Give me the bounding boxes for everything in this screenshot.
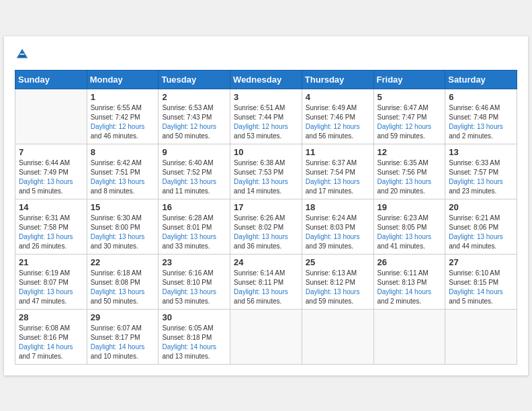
daylight-minutes-text: and 8 minutes.	[91, 187, 135, 195]
sunset-text: Sunset: 8:01 PM	[162, 223, 226, 232]
sunrise-text: Sunrise: 6:49 AM	[306, 103, 370, 113]
day-info: Sunrise: 6:10 AMSunset: 8:15 PMDaylight:…	[449, 269, 513, 306]
daylight-hours-highlight: Daylight: 14 hours	[91, 343, 145, 351]
weekday-header-saturday: Saturday	[445, 70, 517, 89]
day-cell: 16Sunrise: 6:28 AMSunset: 8:01 PMDayligh…	[159, 199, 230, 254]
daylight-minutes-text: and 5 minutes.	[449, 298, 493, 305]
day-number: 28	[19, 312, 83, 322]
day-info: Sunrise: 6:51 AMSunset: 7:44 PMDaylight:…	[234, 103, 298, 141]
calendar-table: SundayMondayTuesdayWednesdayThursdayFrid…	[15, 70, 517, 365]
day-cell: 15Sunrise: 6:30 AMSunset: 8:00 PMDayligh…	[87, 199, 159, 254]
day-cell: 8Sunrise: 6:42 AMSunset: 7:51 PMDaylight…	[87, 144, 159, 199]
day-number: 17	[234, 202, 298, 212]
daylight-minutes-text: and 10 minutes.	[91, 353, 138, 360]
day-cell: 25Sunrise: 6:13 AMSunset: 8:12 PMDayligh…	[302, 254, 373, 309]
sunrise-text: Sunrise: 6:47 AM	[378, 103, 442, 113]
weekday-header-friday: Friday	[373, 70, 445, 89]
daylight-text: Daylight: 12 hours and 53 minutes.	[234, 122, 298, 141]
day-info: Sunrise: 6:18 AMSunset: 8:08 PMDaylight:…	[91, 269, 155, 306]
daylight-hours-highlight: Daylight: 13 hours	[234, 178, 288, 185]
daylight-hours-highlight: Daylight: 14 hours	[19, 343, 73, 351]
daylight-text: Daylight: 13 hours and 53 minutes.	[162, 287, 226, 306]
day-cell: 12Sunrise: 6:35 AMSunset: 7:56 PMDayligh…	[373, 144, 445, 199]
daylight-minutes-text: and 50 minutes.	[91, 298, 138, 305]
sunset-text: Sunset: 8:16 PM	[19, 333, 83, 342]
daylight-minutes-text: and 53 minutes.	[162, 298, 210, 305]
day-cell: 22Sunrise: 6:18 AMSunset: 8:08 PMDayligh…	[87, 254, 159, 309]
day-info: Sunrise: 6:49 AMSunset: 7:46 PMDaylight:…	[306, 103, 370, 141]
daylight-hours-highlight: Daylight: 13 hours	[306, 288, 360, 295]
daylight-text: Daylight: 13 hours and 50 minutes.	[91, 287, 155, 306]
daylight-hours-highlight: Daylight: 13 hours	[91, 178, 145, 185]
sunset-text: Sunset: 7:46 PM	[306, 113, 370, 122]
daylight-minutes-text: and 36 minutes.	[234, 242, 281, 250]
sunrise-text: Sunrise: 6:16 AM	[162, 269, 226, 278]
daylight-minutes-text: and 33 minutes.	[162, 242, 210, 250]
logo-icon	[15, 47, 30, 62]
day-cell: 11Sunrise: 6:37 AMSunset: 7:54 PMDayligh…	[302, 144, 373, 199]
day-info: Sunrise: 6:13 AMSunset: 8:12 PMDaylight:…	[306, 269, 370, 306]
day-cell: 7Sunrise: 6:44 AMSunset: 7:49 PMDaylight…	[15, 144, 87, 199]
sunset-text: Sunset: 8:15 PM	[449, 278, 513, 287]
sunrise-text: Sunrise: 6:05 AM	[162, 324, 226, 333]
sunrise-text: Sunrise: 6:33 AM	[449, 158, 513, 168]
day-cell: 20Sunrise: 6:21 AMSunset: 8:06 PMDayligh…	[445, 199, 517, 254]
day-info: Sunrise: 6:53 AMSunset: 7:43 PMDaylight:…	[162, 103, 226, 141]
daylight-text: Daylight: 12 hours and 50 minutes.	[162, 122, 226, 141]
day-number: 1	[91, 92, 155, 102]
daylight-minutes-text: and 5 minutes.	[19, 187, 63, 195]
day-cell: 17Sunrise: 6:26 AMSunset: 8:02 PMDayligh…	[230, 199, 302, 254]
sunset-text: Sunset: 8:05 PM	[378, 223, 442, 232]
daylight-hours-highlight: Daylight: 13 hours	[306, 178, 360, 185]
day-cell: 14Sunrise: 6:31 AMSunset: 7:58 PMDayligh…	[15, 199, 87, 254]
sunrise-text: Sunrise: 6:42 AM	[91, 158, 155, 168]
sunrise-text: Sunrise: 6:30 AM	[91, 214, 155, 223]
day-info: Sunrise: 6:35 AMSunset: 7:56 PMDaylight:…	[378, 158, 442, 196]
daylight-text: Daylight: 14 hours and 13 minutes.	[162, 342, 226, 361]
weekday-header-tuesday: Tuesday	[159, 70, 230, 89]
day-number: 7	[19, 147, 83, 157]
sunset-text: Sunset: 7:49 PM	[19, 168, 83, 177]
sunrise-text: Sunrise: 6:23 AM	[378, 214, 442, 223]
daylight-minutes-text: and 30 minutes.	[91, 242, 138, 250]
day-info: Sunrise: 6:28 AMSunset: 8:01 PMDaylight:…	[162, 214, 226, 251]
daylight-text: Daylight: 13 hours and 33 minutes.	[162, 232, 226, 251]
daylight-minutes-text: and 44 minutes.	[449, 242, 496, 250]
sunrise-text: Sunrise: 6:37 AM	[306, 158, 370, 168]
daylight-text: Daylight: 13 hours and 44 minutes.	[449, 232, 513, 251]
daylight-hours-highlight: Daylight: 13 hours	[306, 233, 360, 240]
day-cell: 13Sunrise: 6:33 AMSunset: 7:57 PMDayligh…	[445, 144, 517, 199]
daylight-hours-highlight: Daylight: 14 hours	[378, 288, 432, 295]
day-number: 6	[449, 92, 513, 102]
daylight-minutes-text: and 17 minutes.	[306, 187, 353, 195]
day-number: 10	[234, 147, 298, 157]
daylight-text: Daylight: 13 hours and 56 minutes.	[234, 287, 298, 306]
day-cell: 24Sunrise: 6:14 AMSunset: 8:11 PMDayligh…	[230, 254, 302, 309]
sunset-text: Sunset: 8:17 PM	[91, 333, 155, 342]
daylight-text: Daylight: 12 hours and 56 minutes.	[306, 122, 370, 141]
day-info: Sunrise: 6:21 AMSunset: 8:06 PMDaylight:…	[449, 214, 513, 251]
week-row-4: 28Sunrise: 6:08 AMSunset: 8:16 PMDayligh…	[15, 309, 517, 364]
day-number: 21	[19, 257, 83, 267]
day-info: Sunrise: 6:26 AMSunset: 8:02 PMDaylight:…	[234, 214, 298, 251]
day-cell: 9Sunrise: 6:40 AMSunset: 7:52 PMDaylight…	[159, 144, 230, 199]
day-info: Sunrise: 6:24 AMSunset: 8:03 PMDaylight:…	[306, 214, 370, 251]
day-cell	[373, 309, 445, 364]
sunrise-text: Sunrise: 6:40 AM	[162, 158, 226, 168]
daylight-text: Daylight: 13 hours and 2 minutes.	[449, 122, 513, 141]
sunset-text: Sunset: 7:47 PM	[378, 113, 442, 122]
day-number: 24	[234, 257, 298, 267]
sunrise-text: Sunrise: 6:46 AM	[449, 103, 513, 113]
daylight-minutes-text: and 56 minutes.	[306, 132, 353, 140]
day-info: Sunrise: 6:16 AMSunset: 8:10 PMDaylight:…	[162, 269, 226, 306]
svg-rect-2	[20, 53, 25, 54]
header-section: Blue	[15, 47, 517, 62]
day-number: 12	[378, 147, 442, 157]
daylight-text: Daylight: 13 hours and 14 minutes.	[234, 177, 298, 196]
day-cell: 5Sunrise: 6:47 AMSunset: 7:47 PMDaylight…	[373, 89, 445, 144]
sunrise-text: Sunrise: 6:19 AM	[19, 269, 83, 278]
weekday-header-monday: Monday	[87, 70, 159, 89]
sunset-text: Sunset: 8:02 PM	[234, 223, 298, 232]
daylight-minutes-text: and 2 minutes.	[378, 298, 422, 305]
sunrise-text: Sunrise: 6:08 AM	[19, 324, 83, 333]
